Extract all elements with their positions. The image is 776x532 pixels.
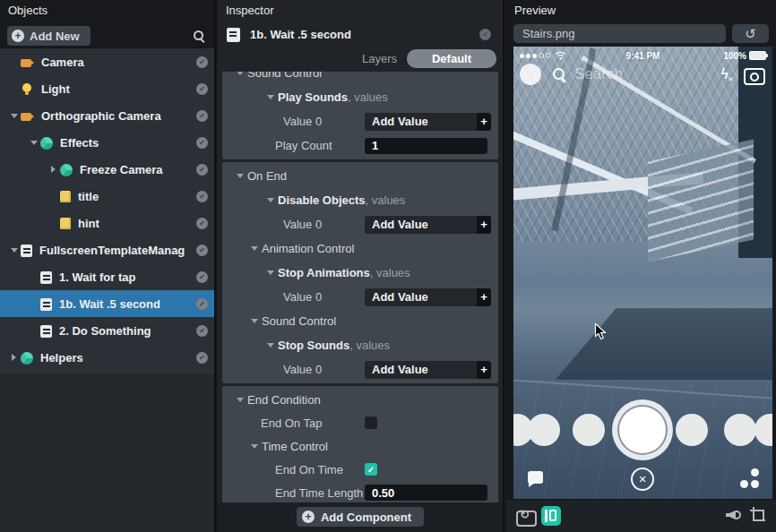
lens-studio-window: Objects + Add New Camera Light [0,0,776,532]
avatar[interactable] [520,64,541,85]
layer-default-button[interactable]: Default [407,49,496,68]
tree-item-light[interactable]: Light [0,75,214,102]
visibility-toggle[interactable] [196,191,208,202]
subsection-row-disable-objects[interactable]: Disable Objects, values [222,188,498,212]
section-row-sound-control[interactable]: Sound Control [222,72,498,85]
subsection-row-play-sounds[interactable]: Play Sounds, values [222,85,498,109]
add-value-dropdown[interactable]: Add Value [365,361,477,379]
value-row: Value 0 Add Value+ [222,212,498,236]
expander-icon[interactable] [7,248,21,253]
visibility-toggle[interactable] [196,137,208,149]
script-icon [40,298,52,311]
tree-item-wait-for-tap[interactable]: 1. Wait for tap [0,263,214,290]
lens-item[interactable] [573,414,605,446]
visibility-toggle[interactable] [196,218,208,229]
add-value-plus-button[interactable]: + [477,113,491,131]
flash-off-icon[interactable]: ϟ✕ [721,66,729,82]
section-row-time-control[interactable]: Time Control [222,434,498,458]
add-new-button[interactable]: + Add New [7,26,91,46]
subsection-row-stop-animations[interactable]: Stop Animations, values [222,261,498,285]
tree-item-hint[interactable]: hint [0,210,214,236]
value-row: Value 0 Add Value+ [222,109,498,133]
tree-item-wait-half-second[interactable]: 1b. Wait .5 second [0,290,214,317]
expander-icon[interactable] [247,444,262,449]
visibility-toggle[interactable] [196,325,208,337]
section-row-animation-control[interactable]: Animation Control [222,236,498,261]
lens-item[interactable] [528,414,560,446]
add-value-control: Add Value+ [365,288,491,306]
visibility-toggle[interactable] [479,29,491,40]
visibility-toggle[interactable] [196,245,208,256]
tree-item-camera[interactable]: Camera [0,48,214,75]
inspector-scroll-area[interactable]: Sound Control Play Sounds, values Value … [218,72,503,502]
tree-item-effects[interactable]: Effects [0,129,214,156]
preview-source-dropdown[interactable]: Stairs.png [513,24,726,43]
checkbox-end-on-time[interactable] [365,463,377,476]
checkbox-end-on-tap[interactable] [365,416,377,429]
expander-icon[interactable] [247,319,262,323]
section-label: Animation Control [262,242,354,255]
add-component-button[interactable]: + Add Component [297,507,424,527]
visibility-toggle[interactable] [196,110,208,122]
visibility-toggle[interactable] [196,271,208,283]
add-component-label: Add Component [321,511,411,524]
device-preview-icon[interactable] [541,506,561,526]
section-row-sound-control-2[interactable]: Sound Control [222,309,498,333]
expander-icon[interactable] [263,198,278,202]
mesh-icon [40,137,53,150]
webcam-toggle-icon[interactable] [515,507,537,525]
subsection-row-stop-sounds[interactable]: Stop Sounds, values [222,333,498,357]
tree-item-title[interactable]: title [0,183,214,210]
reset-preview-button[interactable]: ↺ [732,24,769,43]
tree-item-label: hint [78,217,99,230]
section-label: Sound Control [262,314,336,328]
close-lens-button[interactable]: ✕ [631,468,654,491]
add-value-plus-button[interactable]: + [477,288,491,306]
tree-item-fullscreen-template-manager[interactable]: FullscreenTemplateManag [0,236,214,263]
section-row-end-condition[interactable]: End Condition [222,388,498,411]
lens-item[interactable] [676,414,708,446]
property-label: Stop Sounds [278,339,349,352]
add-value-plus-button[interactable]: + [477,361,491,379]
visibility-toggle[interactable] [196,298,208,310]
chat-icon[interactable] [528,471,543,484]
visibility-toggle[interactable] [196,164,208,176]
section-row-on-end[interactable]: On End [222,164,498,188]
audio-icon[interactable] [726,508,742,522]
expander-icon[interactable] [7,114,21,118]
expander-icon[interactable] [27,141,40,145]
end-time-length-input[interactable] [365,485,487,501]
tree-item-orthographic-camera[interactable]: Orthographic Camera [0,102,214,129]
battery-icon [749,51,766,60]
visibility-toggle[interactable] [196,83,208,95]
lens-item[interactable] [724,414,756,446]
expander-icon[interactable] [233,398,247,402]
tree-item-label: Effects [60,136,99,150]
add-value-plus-button[interactable]: + [477,216,491,234]
add-value-dropdown[interactable]: Add Value [365,216,477,234]
search-placeholder[interactable]: Search [574,65,623,83]
expander-icon[interactable] [233,72,247,75]
expander-icon[interactable] [247,246,262,251]
capture-button[interactable] [619,407,666,453]
snapshot-icon[interactable] [750,507,766,523]
search-icon[interactable] [193,30,205,42]
play-count-input[interactable] [365,138,487,154]
expander-icon[interactable] [263,270,278,275]
visibility-toggle[interactable] [196,352,208,364]
add-value-dropdown[interactable]: Add Value [365,288,477,306]
visibility-toggle[interactable] [196,56,208,68]
search-icon[interactable] [552,67,566,82]
expander-icon[interactable] [263,95,278,99]
camera-preview-viewport[interactable]: 9:41 PM 100% Search ϟ✕ [513,47,772,499]
expander-icon[interactable] [47,166,60,173]
camera-flip-icon[interactable] [743,65,764,83]
tree-item-helpers[interactable]: Helpers [0,344,214,371]
add-value-dropdown[interactable]: Add Value [365,113,477,131]
tree-item-do-something[interactable]: 2. Do Something [0,317,214,344]
memories-icon[interactable] [740,468,760,488]
expander-icon[interactable] [233,174,247,178]
expander-icon[interactable] [263,343,278,348]
expander-icon[interactable] [7,354,21,361]
tree-item-freeze-camera[interactable]: Freeze Camera [0,156,214,183]
